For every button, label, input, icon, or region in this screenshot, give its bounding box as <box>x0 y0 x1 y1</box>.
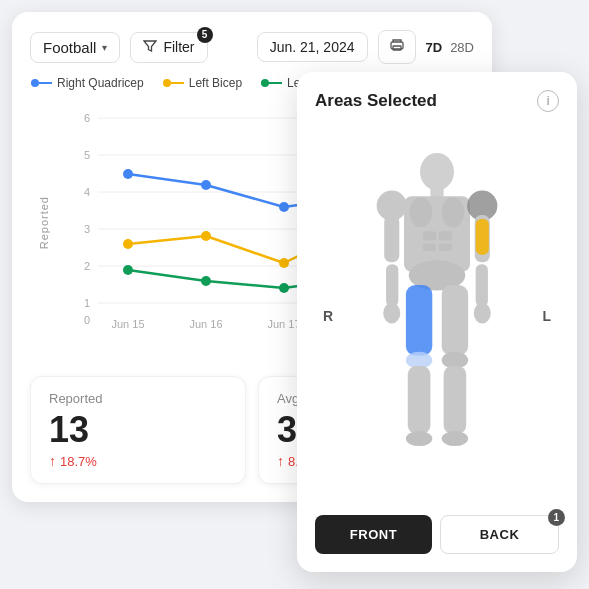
date-selector[interactable]: Jun. 21, 2024 <box>257 32 368 62</box>
svg-point-31 <box>123 239 133 249</box>
svg-point-67 <box>406 431 432 446</box>
stat-value-reported: 13 <box>49 412 227 448</box>
7d-option[interactable]: 7D <box>426 40 443 55</box>
svg-text:1: 1 <box>84 297 90 309</box>
svg-rect-49 <box>439 243 452 251</box>
svg-rect-47 <box>439 231 452 240</box>
stat-change-value-reported: 18.7% <box>60 454 97 469</box>
legend-item-quadricep: Right Quadricep <box>30 76 144 90</box>
svg-rect-54 <box>476 218 489 254</box>
svg-text:Jun 15: Jun 15 <box>111 318 144 330</box>
legend-label-quadricep: Right Quadricep <box>57 76 144 90</box>
r-label: R <box>323 308 333 324</box>
stat-label-reported: Reported <box>49 391 227 406</box>
svg-rect-56 <box>386 264 398 306</box>
svg-rect-1 <box>393 46 401 50</box>
svg-point-58 <box>383 302 400 323</box>
time-toggle: 7D 28D <box>426 40 474 55</box>
svg-point-41 <box>420 152 454 190</box>
svg-text:5: 5 <box>84 149 90 161</box>
svg-rect-61 <box>406 284 432 355</box>
sport-label: Football <box>43 39 96 56</box>
sport-selector[interactable]: Football ▾ <box>30 32 120 63</box>
l-label: L <box>542 308 551 324</box>
filter-button[interactable]: Filter 5 <box>130 32 207 63</box>
svg-point-44 <box>410 197 433 227</box>
print-button[interactable] <box>378 30 416 64</box>
front-back-buttons: FRONT BACK 1 <box>315 515 559 554</box>
chevron-down-icon: ▾ <box>102 42 107 53</box>
front-button[interactable]: FRONT <box>315 515 432 554</box>
svg-point-37 <box>201 276 211 286</box>
svg-rect-53 <box>384 215 399 262</box>
svg-point-26 <box>123 169 133 179</box>
arrow-up-icon-2: ↑ <box>277 453 284 469</box>
svg-point-45 <box>442 197 465 227</box>
svg-rect-46 <box>423 231 436 240</box>
print-icon <box>389 39 405 56</box>
svg-point-57 <box>474 302 491 323</box>
chart-header: Football ▾ Filter 5 Jun. 21, 2024 <box>30 30 474 64</box>
back-badge: 1 <box>548 509 565 526</box>
svg-point-38 <box>279 283 289 293</box>
svg-rect-48 <box>423 243 436 251</box>
legend-item-bicep: Left Bicep <box>162 76 242 90</box>
svg-text:3: 3 <box>84 223 90 235</box>
svg-point-33 <box>279 258 289 268</box>
filter-label: Filter <box>163 39 194 55</box>
svg-rect-64 <box>444 365 467 433</box>
stat-change-reported: ↑ 18.7% <box>49 453 227 469</box>
filter-icon <box>143 39 157 56</box>
body-diagram: R L <box>315 124 559 507</box>
svg-rect-55 <box>476 264 488 306</box>
date-label: Jun. 21, 2024 <box>270 39 355 55</box>
svg-text:Jun 16: Jun 16 <box>189 318 222 330</box>
areas-panel: Areas Selected i R L <box>297 72 577 572</box>
svg-point-27 <box>201 180 211 190</box>
svg-text:2: 2 <box>84 260 90 272</box>
svg-point-28 <box>279 202 289 212</box>
stat-card-reported: Reported 13 ↑ 18.7% <box>30 376 246 484</box>
back-button[interactable]: BACK 1 <box>440 515 559 554</box>
svg-point-32 <box>201 231 211 241</box>
arrow-up-icon: ↑ <box>49 453 56 469</box>
svg-text:6: 6 <box>84 112 90 124</box>
svg-rect-60 <box>442 284 468 355</box>
info-icon[interactable]: i <box>537 90 559 112</box>
filter-badge: 5 <box>197 27 213 43</box>
body-svg <box>342 151 532 481</box>
svg-text:Jun 17: Jun 17 <box>267 318 300 330</box>
svg-point-66 <box>442 431 468 446</box>
svg-point-36 <box>123 265 133 275</box>
legend-label-bicep: Left Bicep <box>189 76 242 90</box>
areas-header: Areas Selected i <box>315 90 559 112</box>
svg-rect-65 <box>408 365 431 433</box>
svg-text:4: 4 <box>84 186 90 198</box>
28d-option[interactable]: 28D <box>450 40 474 55</box>
areas-title: Areas Selected <box>315 91 437 111</box>
y-axis-label: Reported <box>38 196 50 249</box>
svg-text:0: 0 <box>84 314 90 326</box>
